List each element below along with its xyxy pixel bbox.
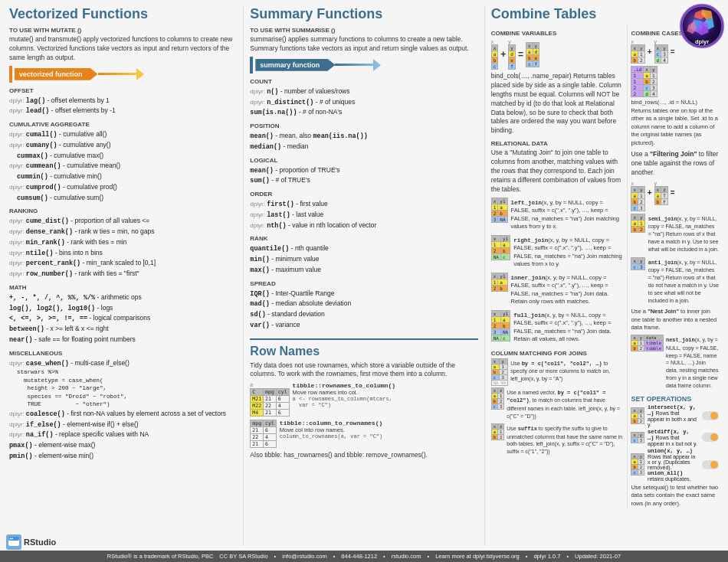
- rstudio-brand: RStudio: [6, 534, 56, 550]
- vectorized-intro: mutate() and transmute() apply vectorize…: [9, 35, 237, 63]
- right-join-row: xy1 1a 2b NAc right_join(x, y, by = NULL…: [491, 235, 623, 270]
- footer-separator4: •: [427, 553, 429, 560]
- footer-website: rstudio.com: [392, 553, 421, 560]
- col-match-title: COLUMN MATCHING FOR JOINS: [491, 350, 623, 357]
- order-title: ORDER: [250, 191, 477, 198]
- count-title: COUNT: [250, 78, 477, 85]
- row-names-also: Also tibble: has_rownames() and tibble: …: [250, 451, 477, 460]
- vectorized-banner: vectorized function: [15, 68, 98, 80]
- footer-trademark: RStudio® is a trademark of RStudio, PBC: [107, 553, 214, 560]
- footer-separator3: •: [383, 553, 385, 560]
- footer-email: info@rstudio.com: [282, 553, 326, 560]
- col2-title: Summary Functions: [250, 6, 477, 22]
- summary-intro: summarise() applies summary functions to…: [250, 35, 477, 54]
- svg-point-10: [10, 538, 11, 540]
- position-title: POSITION: [250, 123, 477, 129]
- footer-pkg: dplyr 1.0.7: [533, 553, 560, 560]
- nest-join-intro: Use a "Nest Join" to inner join one tabl…: [631, 308, 719, 332]
- rank-title: RANK: [250, 235, 477, 242]
- anti-join-row: xy c3 anti_join(x, y, by = NULL, copy = …: [631, 257, 719, 306]
- main-content: dplyr Vectorized Functions TO USE WITH M…: [0, 0, 728, 562]
- full-join-row: xy1 1a 2b 3NA NAc full_join(x, y, by = N…: [491, 310, 623, 345]
- row-names-intro: Tidy data does not use rownames, which s…: [250, 361, 477, 380]
- col1-vectorized: Vectorized Functions TO USE WITH MUTATE …: [9, 6, 244, 546]
- intersect-item: xy a1 b2 intersect(x, y, …) Rows that ap…: [631, 404, 719, 427]
- bind-cols-desc: bind_cols(…, .name_repair) Returns table…: [491, 72, 623, 136]
- dplyr-logo: dplyr: [680, 4, 724, 48]
- footer-license: CC BY SA RStudio: [219, 553, 267, 560]
- summarise-label: TO USE WITH SUMMARISE (): [250, 27, 477, 34]
- footer-bar: RStudio® is a trademark of RStudio, PBC …: [0, 551, 728, 562]
- cumulative-title: CUMULATIVE AGGREGATE: [9, 121, 237, 128]
- footer-separator: •: [274, 553, 277, 560]
- set-ops-title: SET OPERATIONS: [631, 395, 719, 403]
- relational-title: RELATIONAL DATA: [491, 140, 623, 147]
- mutate-label: TO USE WITH MUTATE (): [9, 27, 237, 34]
- misc-title: MISCELLANEOUS: [9, 350, 237, 357]
- inner-join-row: xy1 1a 2b inner_join(x, y, by = NULL, co…: [491, 273, 623, 308]
- mutating-join-desc: Use a "Mutating Join" to join one table …: [491, 149, 623, 194]
- rstudio-icon: [6, 534, 21, 550]
- offset-title: OFFSET: [9, 87, 237, 94]
- spread-title: SPREAD: [250, 280, 477, 287]
- setdiff-item: xy c3 setdiff(x, y, …) Rows that appear …: [631, 429, 719, 446]
- summary-banner: summary function: [255, 59, 335, 71]
- col1-title: Vectorized Functions: [9, 6, 237, 22]
- footer-phone: 844-448-1212: [341, 553, 377, 560]
- setequal-desc: Use setequal() to test whether two data …: [631, 484, 719, 508]
- footer-separator2: •: [333, 553, 336, 560]
- combine-vars-title: COMBINE VARIABLES: [491, 30, 623, 37]
- svg-text:dplyr: dplyr: [695, 38, 709, 45]
- bind-rows-desc: bind_rows(…, .id = NULL) Returns tables …: [631, 99, 719, 147]
- ranking-title: RANKING: [9, 207, 237, 214]
- left-join-desc: left_join(x, y, by = NULL, copy = FALSE,…: [511, 199, 623, 231]
- row-names-title: Row Names: [250, 345, 477, 358]
- svg-point-11: [11, 538, 13, 540]
- union-item: xy a1 b2 c3 union(x, y, …) Rows that app…: [631, 448, 719, 482]
- left-join-row: xy1 1a 2b 3NA left_join(x, y, by = NULL,…: [491, 198, 623, 233]
- col3-combine: Combine Tables COMBINE VARIABLES x x a: [485, 6, 719, 546]
- footer-separator6: •: [566, 553, 569, 560]
- footer-separator5: •: [526, 553, 528, 560]
- logical-title: LOGICAL: [250, 157, 477, 164]
- col2-summary: Summary Functions TO USE WITH SUMMARISE …: [244, 6, 484, 546]
- rstudio-label: RStudio: [24, 537, 56, 547]
- footer-learn: Learn more at dplyr.tidyverse.org: [435, 553, 520, 560]
- math-title: MATH: [9, 284, 237, 291]
- semi-join-row: xy a1 b2 semi_join(x, y, by = NULL, copy…: [631, 214, 719, 255]
- top-bar: dplyr Vectorized Functions TO USE WITH M…: [0, 0, 728, 551]
- dplyr-logo-circle: dplyr: [680, 4, 724, 48]
- footer-updated: Updated: 2021-07: [575, 553, 621, 560]
